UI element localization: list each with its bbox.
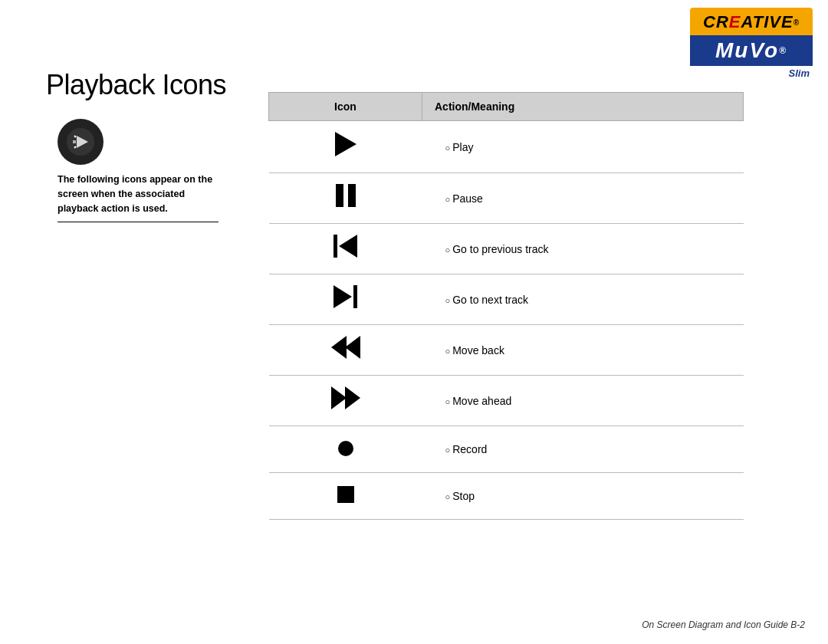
svg-rect-4 bbox=[73, 140, 76, 143]
device-svg-icon bbox=[65, 127, 96, 157]
icon-column-header: Icon bbox=[269, 93, 422, 121]
pause-bar-right bbox=[348, 184, 356, 207]
pause-bar-left bbox=[336, 184, 343, 207]
footer-text: On Screen Diagram and Icon Guide B-2 bbox=[642, 619, 805, 630]
table-row-forward: Move ahead bbox=[269, 376, 744, 426]
table-row-rewind: Move back bbox=[269, 325, 744, 376]
rewind-tri2 bbox=[345, 336, 360, 359]
prev-track-icon bbox=[334, 235, 357, 258]
next-bar bbox=[353, 285, 357, 308]
forward-action: Move ahead bbox=[422, 376, 744, 426]
prev-icon-cell bbox=[269, 224, 422, 274]
play-icon-cell bbox=[269, 121, 422, 173]
forward-tri2 bbox=[345, 386, 360, 409]
fast-forward-icon bbox=[331, 386, 360, 409]
rewind-action: Move back bbox=[422, 325, 744, 376]
table-row-stop: Stop bbox=[269, 473, 744, 520]
table-row-prev: Go to previous track bbox=[269, 224, 744, 274]
record-action: Record bbox=[422, 426, 744, 473]
creative-logo: CREATIVE® bbox=[690, 8, 813, 35]
table-container: Icon Action/Meaning Play Paus bbox=[268, 92, 744, 520]
stop-icon-cell bbox=[269, 473, 422, 520]
stop-action: Stop bbox=[422, 473, 744, 520]
playback-icons-table: Icon Action/Meaning Play Paus bbox=[268, 92, 744, 520]
table-row-play: Play bbox=[269, 121, 744, 173]
prev-bar bbox=[334, 235, 337, 258]
rewind-tri1 bbox=[331, 336, 347, 359]
logo-container: CREATIVE® MuVo® Slim bbox=[690, 8, 813, 80]
play-icon bbox=[335, 132, 356, 156]
description-text: The following icons appear on the screen… bbox=[58, 172, 219, 222]
record-icon bbox=[338, 441, 353, 456]
table-row-record: Record bbox=[269, 426, 744, 473]
pause-icon bbox=[336, 184, 356, 207]
next-action: Go to next track bbox=[422, 274, 744, 325]
next-icon-cell bbox=[269, 274, 422, 325]
next-track-icon bbox=[334, 285, 357, 308]
svg-line-3 bbox=[74, 146, 76, 148]
svg-line-2 bbox=[74, 136, 76, 137]
stop-icon bbox=[337, 486, 354, 503]
slim-label: Slim bbox=[690, 66, 813, 79]
muvo-logo: MuVo® bbox=[690, 35, 813, 66]
action-column-header: Action/Meaning bbox=[422, 93, 744, 121]
forward-icon-cell bbox=[269, 376, 422, 426]
pause-icon-cell bbox=[269, 173, 422, 224]
table-header-row: Icon Action/Meaning bbox=[269, 93, 744, 121]
logo-e-accent: E bbox=[729, 12, 741, 32]
next-triangle bbox=[334, 285, 352, 308]
muvo-reg: ® bbox=[779, 45, 787, 56]
table-row-pause: Pause bbox=[269, 173, 744, 224]
device-icon bbox=[58, 119, 104, 165]
page-title: Playback Icons bbox=[46, 69, 226, 101]
forward-tri1 bbox=[331, 386, 347, 409]
rewind-icon-cell bbox=[269, 325, 422, 376]
table-row-next: Go to next track bbox=[269, 274, 744, 325]
play-action: Play bbox=[422, 121, 744, 173]
prev-action: Go to previous track bbox=[422, 224, 744, 274]
prev-triangle bbox=[339, 235, 357, 258]
pause-action: Pause bbox=[422, 173, 744, 224]
record-icon-cell bbox=[269, 426, 422, 473]
rewind-icon bbox=[331, 336, 360, 359]
